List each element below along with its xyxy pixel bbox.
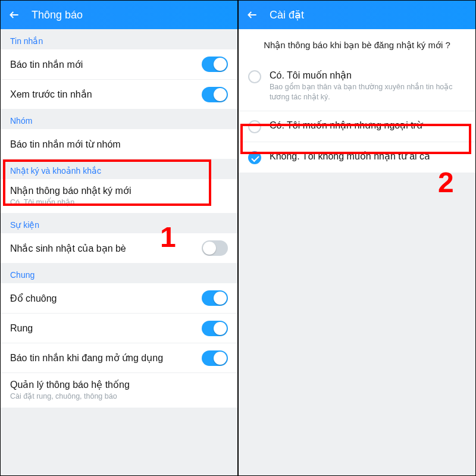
setting-row-ring[interactable]: Đổ chuông (1, 283, 237, 313)
section-card: Nhắc sinh nhật của bạn bè (1, 233, 237, 263)
toggle-inapp[interactable] (202, 350, 228, 366)
radio-icon (248, 70, 261, 83)
setting-row-timeline-notify[interactable]: Nhận thông báo nhật ký mới Có. Tôi muốn … (1, 179, 237, 213)
section-card: Nhận thông báo nhật ký mới Có. Tôi muốn … (1, 179, 237, 213)
dual-screenshot-container: Thông báo Tin nhắn Báo tin nhắn mới Xem … (0, 0, 476, 476)
section-header-group: Nhóm (1, 109, 237, 129)
setting-sub: Có. Tôi muốn nhận (10, 198, 131, 207)
step-number-1: 1 (160, 221, 176, 253)
arrow-left-icon (8, 9, 20, 21)
back-button[interactable] (8, 8, 21, 21)
option-label: Có. Tôi muốn nhận nhưng ngoại trừ (270, 120, 422, 131)
radio-icon-checked (248, 151, 261, 164)
setting-row-inapp-alert[interactable]: Báo tin nhắn khi đang mở ứng dụng (1, 343, 237, 372)
option-yes-except[interactable]: Có. Tôi muốn nhận nhưng ngoại trừ (239, 111, 475, 142)
setting-row-preview-message[interactable]: Xem trước tin nhắn (1, 79, 237, 109)
setting-label: Rung (10, 323, 33, 334)
option-sub: Bao gồm bạn thân và bạn thường xuyên nhắ… (270, 82, 466, 102)
options-list: Có. Tôi muốn nhận Bao gồm bạn thân và bạ… (239, 61, 475, 173)
topbar-right: Cài đặt (239, 1, 475, 29)
toggle-vibrate[interactable] (202, 321, 228, 336)
setting-label: Nhắc sinh nhật của bạn bè (10, 243, 126, 254)
setting-label: Xem trước tin nhắn (10, 89, 92, 100)
question-text: Nhận thông báo khi bạn bè đăng nhật ký m… (239, 29, 475, 61)
section-header-messages: Tin nhắn (1, 29, 237, 49)
toggle-new-message[interactable] (202, 57, 228, 72)
section-header-general: Chung (1, 263, 237, 283)
toggle-knob (214, 352, 227, 365)
setting-label: Báo tin nhắn mới từ nhóm (10, 139, 121, 150)
setting-row-vibrate[interactable]: Rung (1, 313, 237, 343)
setting-row-system-notify[interactable]: Quản lý thông báo hệ thống Cài đặt rung,… (1, 372, 237, 407)
setting-row-birthday-reminder[interactable]: Nhắc sinh nhật của bạn bè (1, 233, 237, 263)
toggle-ring[interactable] (202, 290, 228, 306)
step-number-2: 2 (438, 166, 454, 199)
toggle-birthday[interactable] (202, 240, 228, 256)
arrow-left-icon (246, 9, 258, 21)
topbar-left: Thông báo (1, 1, 237, 29)
setting-label: Nhận thông báo nhật ký mới (10, 185, 131, 196)
section-card: Đổ chuông Rung Báo tin nhắn khi đang mở … (1, 283, 237, 407)
toggle-knob (214, 322, 227, 335)
setting-label: Báo tin nhắn mới (10, 59, 83, 70)
setting-label: Báo tin nhắn khi đang mở ứng dụng (10, 352, 163, 364)
toggle-knob (203, 242, 216, 255)
back-button[interactable] (246, 8, 259, 21)
section-card: Báo tin nhắn mới Xem trước tin nhắn (1, 49, 237, 109)
option-yes-receive[interactable]: Có. Tôi muốn nhận Bao gồm bạn thân và bạ… (239, 61, 475, 111)
section-header-events: Sự kiện (1, 213, 237, 233)
option-label: Không. Tôi không muốn nhận từ ai cả (270, 151, 430, 162)
screen-left: Thông báo Tin nhắn Báo tin nhắn mới Xem … (1, 1, 237, 475)
option-label: Có. Tôi muốn nhận (270, 70, 466, 81)
toggle-knob (214, 88, 227, 101)
page-title: Thông báo (32, 9, 83, 21)
toggle-knob (214, 58, 227, 71)
section-card: Báo tin nhắn mới từ nhóm (1, 129, 237, 159)
setting-row-new-message-alert[interactable]: Báo tin nhắn mới (1, 49, 237, 79)
setting-label: Đổ chuông (10, 293, 57, 304)
page-title: Cài đặt (270, 8, 304, 21)
toggle-preview-message[interactable] (202, 87, 228, 102)
section-header-timeline: Nhật ký và khoảnh khắc (1, 159, 237, 179)
setting-row-group-new-message[interactable]: Báo tin nhắn mới từ nhóm (1, 129, 237, 159)
setting-label: Quản lý thông báo hệ thống (10, 379, 130, 390)
radio-icon (248, 120, 261, 133)
screen-right: Cài đặt Nhận thông báo khi bạn bè đăng n… (239, 1, 475, 475)
setting-sub: Cài đặt rung, chuông, thông báo (10, 392, 130, 401)
toggle-knob (214, 292, 227, 305)
